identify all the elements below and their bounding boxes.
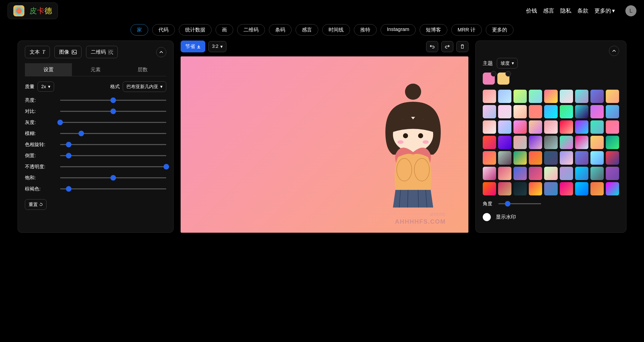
swatch-21[interactable]: [529, 120, 542, 134]
slider-0[interactable]: [60, 100, 166, 101]
swatch-33[interactable]: [575, 136, 588, 149]
swatch-2[interactable]: [513, 90, 527, 103]
swatch-42[interactable]: [575, 151, 588, 164]
slider-7[interactable]: [60, 177, 166, 178]
ratio-select[interactable]: 3:2 ▾: [208, 41, 226, 52]
swatch-56[interactable]: [513, 182, 527, 195]
swatch-48[interactable]: [529, 167, 542, 180]
swatch-50[interactable]: [560, 167, 573, 180]
swatch-17[interactable]: [606, 105, 619, 118]
format-select[interactable]: 巴布亚新几内亚 ▾: [123, 81, 166, 92]
swatch-15[interactable]: [575, 105, 588, 118]
tab-9[interactable]: Instagram: [381, 24, 416, 36]
swatch-18[interactable]: [483, 120, 496, 134]
swatch-47[interactable]: [513, 167, 527, 180]
save-button[interactable]: 节省: [181, 41, 205, 52]
swatch-9[interactable]: [483, 105, 496, 118]
swatch-22[interactable]: [544, 120, 557, 134]
tool-text[interactable]: 文本 T: [25, 46, 50, 58]
swatch-62[interactable]: [606, 182, 619, 195]
swatch-53[interactable]: [606, 167, 619, 180]
color-pick-1[interactable]: [497, 73, 509, 85]
delete-button[interactable]: [456, 41, 468, 52]
avatar[interactable]: L: [625, 5, 636, 16]
collapse-left-button[interactable]: [156, 47, 166, 57]
swatch-52[interactable]: [590, 167, 604, 180]
swatch-60[interactable]: [575, 182, 588, 195]
swatch-20[interactable]: [513, 120, 527, 134]
swatch-59[interactable]: [560, 182, 573, 195]
swatch-29[interactable]: [513, 136, 527, 149]
tab-1[interactable]: 代码: [152, 24, 175, 36]
swatch-57[interactable]: [529, 182, 542, 195]
swatch-38[interactable]: [513, 151, 527, 164]
nav-terms[interactable]: 条款: [577, 7, 588, 15]
slider-6[interactable]: [60, 166, 166, 167]
swatch-23[interactable]: [560, 120, 573, 134]
subtab-layers[interactable]: 层数: [119, 63, 166, 76]
theme-select[interactable]: 坡度 ▾: [497, 58, 518, 69]
tab-0[interactable]: 家: [131, 24, 148, 36]
nav-testimonials[interactable]: 感言: [543, 7, 554, 15]
tab-5[interactable]: 条码: [269, 24, 292, 36]
swatch-51[interactable]: [575, 167, 588, 180]
swatch-39[interactable]: [529, 151, 542, 164]
swatch-55[interactable]: [498, 182, 511, 195]
swatch-13[interactable]: [544, 105, 557, 118]
subtab-settings[interactable]: 设置: [25, 63, 72, 76]
swatch-16[interactable]: [590, 105, 604, 118]
nav-pricing[interactable]: 价钱: [526, 7, 537, 15]
quality-select[interactable]: 2x ▾: [37, 82, 54, 92]
canvas[interactable]: ahhhhfs AHHHHFS.COM: [181, 56, 468, 233]
nav-more[interactable]: 更多的 ▾: [594, 7, 615, 15]
swatch-19[interactable]: [498, 120, 511, 134]
tab-10[interactable]: 短博客: [420, 24, 447, 36]
swatch-31[interactable]: [544, 136, 557, 149]
slider-3[interactable]: [60, 133, 166, 134]
swatch-26[interactable]: [606, 120, 619, 134]
swatch-40[interactable]: [544, 151, 557, 164]
swatch-30[interactable]: [529, 136, 542, 149]
redo-button[interactable]: [441, 41, 453, 52]
swatch-58[interactable]: [544, 182, 557, 195]
swatch-4[interactable]: [544, 90, 557, 103]
swatch-6[interactable]: [575, 90, 588, 103]
swatch-11[interactable]: [513, 105, 527, 118]
swatch-14[interactable]: [560, 105, 573, 118]
swatch-46[interactable]: [498, 167, 511, 180]
slider-4[interactable]: [60, 144, 166, 145]
slider-1[interactable]: [60, 111, 166, 112]
logo[interactable]: 皮卡德: [8, 3, 58, 19]
tab-6[interactable]: 感言: [296, 24, 318, 36]
subtab-elements[interactable]: 元素: [72, 63, 119, 76]
swatch-34[interactable]: [590, 136, 604, 149]
tab-12[interactable]: 更多的: [486, 24, 513, 36]
reset-button[interactable]: 重置: [25, 199, 47, 210]
swatch-44[interactable]: [606, 151, 619, 164]
swatch-25[interactable]: [590, 120, 604, 134]
swatch-41[interactable]: [560, 151, 573, 164]
swatch-5[interactable]: [560, 90, 573, 103]
swatch-45[interactable]: [483, 167, 496, 180]
swatch-49[interactable]: [544, 167, 557, 180]
swatch-27[interactable]: [483, 136, 496, 149]
color-pick-0[interactable]: [483, 73, 495, 85]
tab-2[interactable]: 统计数据: [179, 24, 212, 36]
swatch-61[interactable]: [590, 182, 604, 195]
swatch-54[interactable]: [483, 182, 496, 195]
tab-4[interactable]: 二维码: [237, 24, 265, 36]
swatch-12[interactable]: [529, 105, 542, 118]
swatch-7[interactable]: [590, 90, 604, 103]
swatch-28[interactable]: [498, 136, 511, 149]
swatch-32[interactable]: [560, 136, 573, 149]
swatch-10[interactable]: [498, 105, 511, 118]
swatch-35[interactable]: [606, 136, 619, 149]
undo-button[interactable]: [426, 41, 438, 52]
slider-8[interactable]: [60, 188, 166, 189]
collapse-right-button[interactable]: [609, 46, 619, 56]
watermark-toggle[interactable]: [483, 213, 491, 221]
swatch-36[interactable]: [483, 151, 496, 164]
swatch-1[interactable]: [498, 90, 511, 103]
angle-slider[interactable]: [498, 203, 541, 204]
tab-3[interactable]: 画: [216, 24, 233, 36]
